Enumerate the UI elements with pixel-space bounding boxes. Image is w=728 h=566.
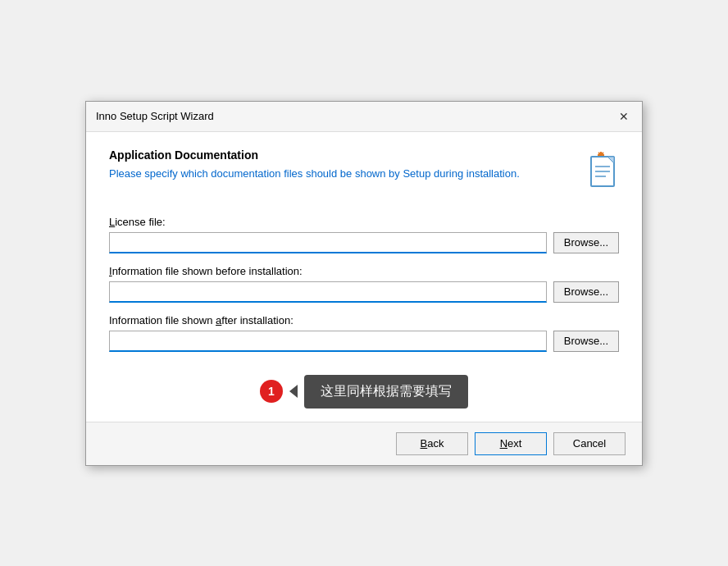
next-button[interactable]: Next xyxy=(475,432,547,455)
content-area: Application Documentation Please specify… xyxy=(86,132,642,422)
document-icon xyxy=(566,148,619,201)
info-after-browse-button[interactable]: Browse... xyxy=(553,331,619,352)
info-after-label: Information file shown after installatio… xyxy=(109,314,619,326)
info-after-group: Information file shown after installatio… xyxy=(109,314,619,352)
license-file-row: Browse... xyxy=(109,232,619,253)
title-bar: Inno Setup Script Wizard ✕ xyxy=(86,102,642,132)
license-file-label: License file: xyxy=(109,216,619,228)
header-text: Application Documentation Please specify… xyxy=(109,148,553,181)
info-before-row: Browse... xyxy=(109,281,619,303)
footer: Back Next Cancel xyxy=(86,422,642,465)
tooltip-area: 1 这里同样根据需要填写 xyxy=(109,375,619,409)
license-file-input[interactable] xyxy=(109,232,547,253)
tooltip-arrow-icon xyxy=(289,385,298,398)
close-button[interactable]: ✕ xyxy=(616,108,632,125)
info-before-group: Information file shown before installati… xyxy=(109,265,619,303)
tooltip-box: 这里同样根据需要填写 xyxy=(304,375,468,409)
dialog-window: Inno Setup Script Wizard ✕ Application D… xyxy=(85,101,643,466)
info-before-browse-button[interactable]: Browse... xyxy=(553,281,619,303)
info-before-label: Information file shown before installati… xyxy=(109,265,619,277)
dialog-title: Inno Setup Script Wizard xyxy=(96,110,214,122)
cancel-button[interactable]: Cancel xyxy=(553,432,626,455)
info-after-row: Browse... xyxy=(109,331,619,352)
header-row: Application Documentation Please specify… xyxy=(109,148,619,201)
section-desc: Please specify which documentation files… xyxy=(109,167,553,181)
back-button[interactable]: Back xyxy=(396,432,468,455)
license-file-group: License file: Browse... xyxy=(109,216,619,253)
info-before-input[interactable] xyxy=(109,281,547,303)
tooltip-badge: 1 xyxy=(260,380,283,403)
license-browse-button[interactable]: Browse... xyxy=(553,232,619,253)
info-after-input[interactable] xyxy=(109,331,547,352)
section-title: Application Documentation xyxy=(109,148,553,162)
